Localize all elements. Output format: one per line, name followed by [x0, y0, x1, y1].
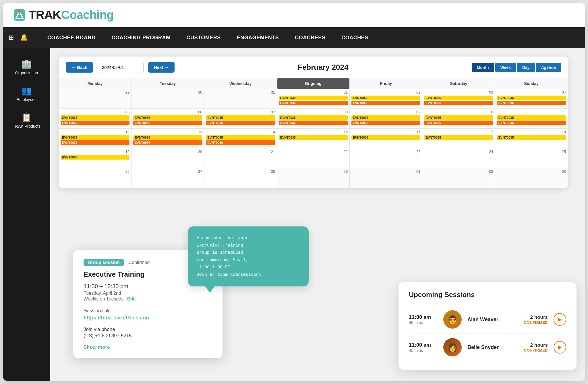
cal-cell[interactable]: 25	[495, 148, 568, 168]
event-evnt0036[interactable]: EVNT0036	[497, 121, 566, 125]
upcoming-session-2: 11:00 am 45 mins 👩 Belle Snyder 2 hours …	[409, 333, 566, 361]
event-evnt0035[interactable]: EVNT0035	[279, 135, 348, 140]
sidebar-item-employees[interactable]: 👥 Employees	[3, 82, 50, 106]
employees-icon: 👥	[21, 86, 32, 96]
edit-link[interactable]: Edit	[127, 296, 136, 301]
organization-icon: 🏢	[21, 59, 32, 69]
cal-cell[interactable]: 10 EVNT0035 EVNT0036	[422, 109, 495, 128]
cal-cell[interactable]: 03 EVNT0035 EVNT0036	[422, 89, 495, 108]
event-evnt0036[interactable]: EVNT0036	[351, 101, 420, 105]
cal-cell[interactable]: 17 EVNT0035	[422, 129, 495, 148]
event-evnt0035[interactable]: EVNT0035	[279, 96, 348, 100]
event-evnt0035[interactable]: EVNT0035	[351, 115, 420, 120]
event-evnt0035[interactable]: EVNT0035	[424, 135, 493, 140]
cal-cell[interactable]: 23	[350, 148, 422, 168]
event-evnt0036[interactable]: EVNT0036	[497, 101, 566, 105]
cal-cell[interactable]: 16 EVNT0035	[350, 129, 422, 148]
session-1-confirmed: CONFIRMED	[524, 320, 548, 325]
cal-cell[interactable]: 20	[131, 148, 204, 168]
show-more-link[interactable]: Show more	[84, 344, 110, 350]
event-evnt0036[interactable]: EVNT0036	[424, 121, 493, 125]
cal-cell[interactable]: 07 EVNT0035 EVNT0036	[204, 109, 277, 128]
event-evnt0035[interactable]: EVNT0035	[351, 135, 420, 140]
cal-cell[interactable]: 29	[59, 89, 131, 108]
event-evnt0035[interactable]: EVNT0035	[279, 115, 348, 120]
event-evnt0036[interactable]: EVNT0036	[133, 140, 202, 145]
cal-cell[interactable]: 21	[204, 148, 277, 168]
event-evnt0036[interactable]: EVNT0036	[61, 121, 129, 125]
nav-coaches[interactable]: COACHES	[333, 27, 376, 48]
event-evnt0035[interactable]: EVNT0035	[424, 115, 493, 120]
nav-coachee-board[interactable]: COACHEE BOARD	[39, 27, 104, 48]
event-evnt0035[interactable]: EVNT0035	[497, 96, 566, 100]
cal-cell[interactable]: 05 EVNT0035 EVNT0036	[59, 109, 131, 128]
cal-cell[interactable]: 03	[495, 168, 568, 188]
group-session-badge: Group session	[84, 259, 124, 266]
event-evnt0035[interactable]: EVNT0035	[133, 135, 202, 140]
cal-cell[interactable]: 30	[131, 89, 204, 108]
event-evnt0036[interactable]: EVNT0036	[133, 121, 202, 125]
cal-cell[interactable]: 12 EVNT0035 EVNT0036	[59, 129, 131, 148]
session-2-play-button[interactable]: ▶	[554, 341, 566, 354]
nav-coaching-program[interactable]: COACHING PROGRAM	[104, 27, 179, 48]
cal-cell[interactable]: 01 EVNT0035 EVNT0036	[277, 89, 350, 108]
event-evnt0035[interactable]: EVNT0035	[133, 115, 202, 120]
cal-cell[interactable]: 29	[277, 168, 350, 188]
calendar-title: February 2024	[179, 63, 467, 72]
event-evnt0036[interactable]: EVNT0036	[279, 121, 348, 125]
event-evnt0036[interactable]: EVNT0036	[424, 101, 493, 105]
sidebar-item-trak-products[interactable]: 📋 TRAK Products	[3, 108, 50, 133]
cal-cell[interactable]: 08 EVNT0035 EVNT0036	[277, 109, 350, 128]
cal-cell[interactable]: 26	[59, 168, 131, 188]
session-link-label: Session link:	[84, 308, 212, 314]
month-view-button[interactable]: Month	[472, 63, 494, 72]
event-evnt0035[interactable]: EVNT0035	[424, 96, 493, 100]
cal-cell[interactable]: 14 EVNT0035 EVNT0036	[204, 129, 277, 148]
cal-cell[interactable]: 28	[204, 168, 277, 188]
nav-coachees[interactable]: COACHEES	[287, 27, 333, 48]
top-navigation: ⊞ 🔔 COACHEE BOARD COACHING PROGRAM CUSTO…	[3, 27, 585, 48]
cal-cell[interactable]: 06 EVNT0035 EVNT0036	[131, 109, 204, 128]
back-button[interactable]: ← Back	[66, 62, 93, 73]
cal-cell[interactable]: 24	[422, 148, 495, 168]
event-evnt0035[interactable]: EVNT0035	[497, 135, 566, 140]
cal-cell[interactable]: 04 EVNT0035 EVNT0036	[495, 89, 568, 108]
date-input[interactable]	[98, 62, 144, 73]
session-1-play-button[interactable]: ▶	[554, 313, 566, 326]
agenda-view-button[interactable]: Agenda	[536, 63, 561, 72]
cal-cell[interactable]: 09 EVNT0035 EVNT0036	[350, 109, 422, 128]
event-evnt0036[interactable]: EVNT0036	[61, 140, 129, 145]
event-evnt0035[interactable]: EVNT0035	[61, 135, 129, 140]
cal-cell[interactable]: 13 EVNT0035 EVNT0036	[131, 129, 204, 148]
event-evnt0035[interactable]: EVNT0035	[61, 115, 129, 120]
next-button[interactable]: Next →	[148, 62, 175, 73]
bell-icon[interactable]: 🔔	[20, 34, 28, 41]
cal-cell[interactable]: 11 EVNT0035 EVNT0036	[495, 109, 568, 128]
event-evnt0036[interactable]: EVNT0036	[279, 101, 348, 105]
sidebar-item-organization[interactable]: 🏢 Organization	[3, 55, 50, 79]
nav-customers[interactable]: CUSTOMERS	[179, 27, 229, 48]
event-evnt0036[interactable]: EVNT0036	[206, 140, 275, 145]
event-evnt0035[interactable]: EVNT0035	[351, 96, 420, 100]
event-evnt0035[interactable]: EVNT0035	[206, 135, 275, 140]
session-link[interactable]: https://trakLearn/Gsession	[84, 315, 212, 321]
cal-cell[interactable]: 15 EVNT0035	[277, 129, 350, 148]
nav-engagements[interactable]: ENGAGEMENTS	[229, 27, 287, 48]
event-evnt0035[interactable]: EVNT0035	[206, 115, 275, 120]
cal-cell[interactable]: 22	[277, 148, 350, 168]
week-view-button[interactable]: Week	[495, 63, 516, 72]
event-evnt0036[interactable]: EVNT0036	[206, 121, 275, 125]
cal-cell[interactable]: 02 EVNT0035 EVNT0036	[350, 89, 422, 108]
cal-cell[interactable]: 02	[422, 168, 495, 188]
event-evnt0035[interactable]: EVNT0035	[61, 155, 129, 160]
event-evnt0035[interactable]: EVNT0035	[497, 115, 566, 120]
day-view-button[interactable]: Day	[517, 63, 535, 72]
cal-cell[interactable]: 31	[204, 89, 277, 108]
event-evnt0036[interactable]: EVNT0036	[351, 121, 420, 125]
cal-cell[interactable]: 19 EVNT0035	[59, 148, 131, 168]
session-2-avatar: 👩	[443, 338, 462, 356]
cal-cell[interactable]: 01	[350, 168, 422, 188]
cal-cell[interactable]: 27	[131, 168, 204, 188]
cal-cell[interactable]: 18 EVNT0035	[495, 129, 568, 148]
grid-icon[interactable]: ⊞	[9, 34, 14, 41]
